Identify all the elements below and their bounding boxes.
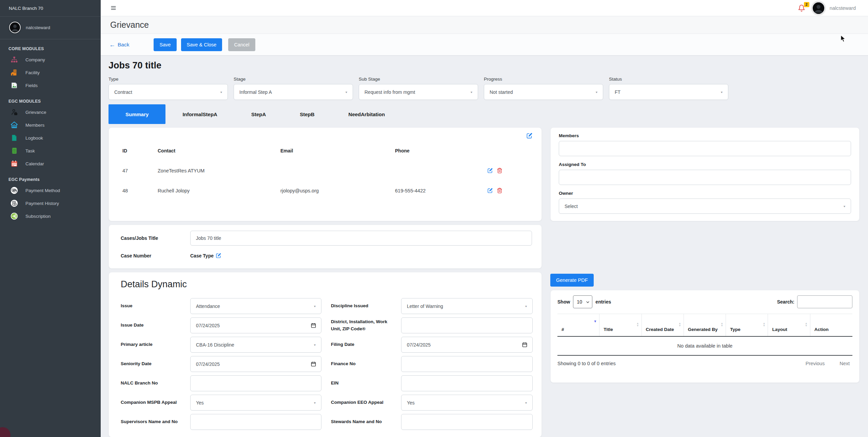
input-supervisors-name-and-no[interactable] bbox=[190, 414, 321, 430]
delete-contact-icon[interactable] bbox=[497, 168, 502, 173]
brand-title[interactable]: NALC Branch 70 bbox=[0, 0, 101, 17]
select-stage[interactable]: Informal Step A▼ bbox=[234, 84, 353, 100]
select-discipline-issued[interactable]: Letter of Warning▼ bbox=[401, 298, 533, 314]
sidebar-item-company[interactable]: Company bbox=[0, 53, 101, 66]
case-type-label: Case Type bbox=[190, 253, 214, 258]
sidebar-item-payment-method[interactable]: Payment Method bbox=[0, 184, 101, 197]
edit-contact-icon[interactable] bbox=[487, 188, 493, 193]
column-label: Generated By bbox=[688, 327, 718, 333]
select-primary-article[interactable]: CBA-16 Discipline▼ bbox=[190, 337, 321, 353]
assigned-to-label: Assigned To bbox=[559, 162, 851, 167]
search-input[interactable] bbox=[797, 295, 852, 308]
edit-contact-icon[interactable] bbox=[487, 168, 493, 173]
field-label: Sub Stage bbox=[359, 77, 478, 82]
cancel-button[interactable]: Cancel bbox=[228, 38, 255, 51]
chevron-down-icon: ▼ bbox=[467, 90, 473, 93]
pdf-column-[interactable]: #▼ bbox=[557, 314, 599, 336]
task-icon bbox=[9, 147, 19, 155]
details-label-discipline-issued: Discipline Issued bbox=[321, 303, 401, 310]
facility-icon bbox=[9, 68, 19, 77]
field-label: Stage bbox=[234, 77, 353, 82]
input-issue-date[interactable]: 07/24/2025 bbox=[190, 317, 321, 333]
select-type[interactable]: Contract▼ bbox=[108, 84, 228, 100]
user-avatar-icon[interactable] bbox=[812, 2, 825, 15]
chevron-down-icon: ▼ bbox=[522, 305, 528, 308]
field-value: FT bbox=[615, 89, 620, 95]
calendar-icon[interactable] bbox=[522, 342, 528, 348]
input-filing-date[interactable]: 07/24/2025 bbox=[401, 337, 533, 353]
page-size-select[interactable]: 10 bbox=[573, 295, 592, 308]
select-status[interactable]: FT▼ bbox=[609, 84, 728, 100]
select-progress[interactable]: Not started▼ bbox=[484, 84, 603, 100]
select-issue[interactable]: Attendance▼ bbox=[190, 298, 321, 314]
input-district-installation-work-unit-zip-code[interactable] bbox=[401, 317, 533, 333]
owner-select[interactable]: Select ▼ bbox=[559, 199, 851, 214]
sidebar-item-label: Payment Method bbox=[25, 188, 60, 193]
delete-contact-icon[interactable] bbox=[497, 188, 502, 193]
pdf-column-type[interactable]: Type▲▼ bbox=[726, 314, 768, 336]
pdf-column-created-date[interactable]: Created Date▲▼ bbox=[642, 314, 684, 336]
sidebar-item-task[interactable]: Task bbox=[0, 144, 101, 157]
save-button[interactable]: Save bbox=[154, 38, 176, 51]
input-nalc-branch-no[interactable] bbox=[190, 375, 321, 391]
back-button[interactable]: ← Back bbox=[109, 42, 129, 48]
input-finance-no[interactable] bbox=[401, 356, 533, 372]
back-label: Back bbox=[118, 42, 129, 48]
edit-contacts-icon[interactable] bbox=[526, 132, 533, 141]
calendar-icon[interactable] bbox=[311, 322, 316, 328]
field-sub-stage: Sub StageRequest info from mgmt▼ bbox=[359, 77, 478, 100]
previous-page-button[interactable]: Previous bbox=[806, 361, 825, 366]
sidebar-item-subscription[interactable]: Subscription bbox=[0, 210, 101, 223]
control-value: Letter of Warning bbox=[407, 304, 443, 309]
sidebar-item-grievance[interactable]: Grievance bbox=[0, 106, 101, 119]
sidebar-item-calendar[interactable]: Calendar bbox=[0, 157, 101, 170]
select-companion-eeo-appeal[interactable]: Yes▼ bbox=[401, 395, 533, 411]
save-close-button[interactable]: Save & Close bbox=[181, 38, 222, 51]
tab-informalstepa[interactable]: InformalStepA bbox=[165, 104, 234, 124]
sidebar-item-members[interactable]: Members bbox=[0, 119, 101, 131]
tab-stepb[interactable]: StepB bbox=[283, 104, 331, 124]
cases-jobs-title-input[interactable]: Jobs 70 title bbox=[190, 231, 532, 246]
field-value: Not started bbox=[490, 89, 513, 95]
contact-row: 48Ruchell Jolopyrjolopy@usps.org619-555-… bbox=[117, 188, 533, 193]
contact-cell-contact: Ruchell Jolopy bbox=[158, 188, 280, 193]
input-seniority-date[interactable]: 07/24/2025 bbox=[190, 356, 321, 372]
sidebar-item-payment-history[interactable]: Payment History bbox=[0, 197, 101, 210]
tab-stepa[interactable]: StepA bbox=[234, 104, 283, 124]
tab-summary[interactable]: Summary bbox=[108, 104, 165, 124]
pdf-column-layout[interactable]: Layout▲▼ bbox=[768, 314, 810, 336]
tab-needarbitation[interactable]: NeedArbitation bbox=[332, 104, 402, 124]
sidebar-item-fields[interactable]: Fields bbox=[0, 79, 101, 92]
assigned-to-input[interactable] bbox=[559, 170, 851, 185]
select-companion-mspb-appeal[interactable]: Yes▼ bbox=[190, 395, 321, 411]
field-status: StatusFT▼ bbox=[609, 77, 728, 100]
entries-label: entries bbox=[595, 299, 611, 305]
members-input[interactable] bbox=[559, 141, 851, 156]
next-page-button[interactable]: Next bbox=[840, 361, 850, 366]
topbar-username[interactable]: nalcsteward bbox=[830, 5, 856, 11]
input-stewards-name-and-no[interactable] bbox=[401, 414, 533, 430]
menu-toggle-icon[interactable] bbox=[110, 5, 117, 11]
pdf-column-action[interactable]: Action bbox=[810, 314, 852, 336]
edit-case-type-icon[interactable] bbox=[216, 253, 221, 258]
content: Jobs 70 title TypeContract▼StageInformal… bbox=[101, 56, 868, 437]
sidebar-item-facility[interactable]: Facility bbox=[0, 66, 101, 79]
pdf-column-title[interactable]: Title▲▼ bbox=[599, 314, 642, 336]
contact-cell-id: 47 bbox=[122, 168, 158, 173]
control-value: Attendance bbox=[196, 304, 220, 309]
field-type: TypeContract▼ bbox=[108, 77, 228, 100]
sidebar-item-logbook[interactable]: Logbook bbox=[0, 131, 101, 144]
notification-badge: 2 bbox=[804, 2, 809, 7]
field-progress: ProgressNot started▼ bbox=[484, 77, 603, 100]
control-value: 07/24/2025 bbox=[196, 361, 220, 367]
pdf-column-generated-by[interactable]: Generated By▲▼ bbox=[684, 314, 726, 336]
select-sub-stage[interactable]: Request info from mgmt▼ bbox=[359, 84, 478, 100]
calendar-icon[interactable] bbox=[311, 361, 316, 367]
sidebar-section-label: CORE MODULES bbox=[0, 39, 101, 53]
chevron-down-icon: ▼ bbox=[311, 305, 316, 308]
input-ein[interactable] bbox=[401, 375, 533, 391]
back-arrow-icon: ← bbox=[109, 42, 115, 48]
sidebar-user-panel[interactable]: nalcsteward bbox=[0, 17, 101, 39]
generate-pdf-button[interactable]: Generate PDF bbox=[550, 274, 594, 287]
notifications-button[interactable]: 2 bbox=[798, 4, 807, 12]
